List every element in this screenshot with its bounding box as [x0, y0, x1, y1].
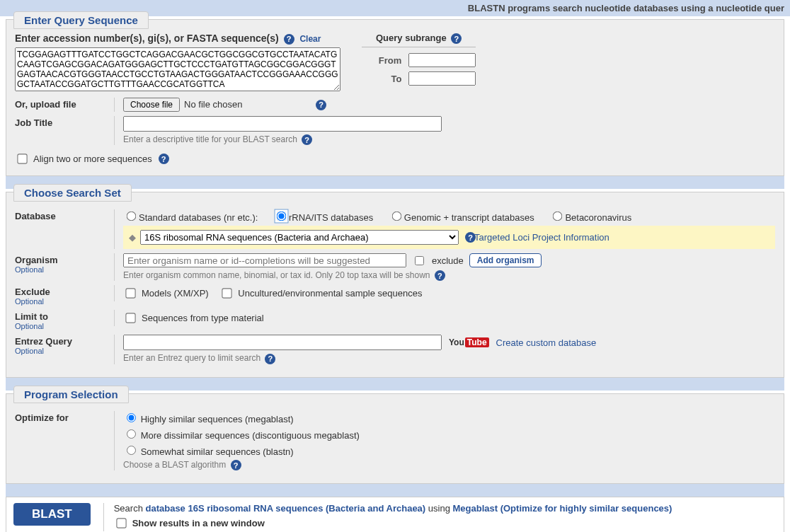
to-input[interactable]: [408, 71, 476, 86]
optional-label: Optional: [15, 322, 114, 330]
prog-radio-disc-megablast[interactable]: [127, 429, 136, 439]
show-new-window-checkbox[interactable]: [116, 518, 126, 528]
help-icon[interactable]: ?: [265, 354, 275, 364]
diamond-icon: ◆: [129, 232, 136, 243]
prog-radio-blastn-label: Somewhat similar sequences (blastn): [141, 446, 294, 457]
section-header-program: Program Selection: [13, 386, 129, 403]
exclude-label: Exclude: [15, 287, 50, 297]
optional-label: Optional: [15, 347, 114, 355]
db-radio-rrna-label: rRNA/ITS databases: [289, 212, 373, 223]
db-radio-standard-label: Standard databases (nr etc.):: [139, 212, 258, 223]
organism-input[interactable]: [123, 253, 406, 267]
exclude-models-label: Models (XM/XP): [142, 288, 209, 299]
help-icon[interactable]: ?: [451, 33, 462, 44]
exclude-organism-checkbox[interactable]: [415, 256, 424, 265]
search-summary-prefix: Search: [114, 503, 146, 514]
db-radio-genomic-label: Genomic + transcript databases: [404, 212, 534, 223]
optional-label: Optional: [15, 265, 114, 274]
align-two-label: Align two or more sequences: [33, 154, 152, 164]
job-title-input[interactable]: [123, 116, 442, 132]
optimize-for-label: Optimize for: [15, 411, 114, 423]
help-icon[interactable]: ?: [231, 460, 241, 470]
exclude-uncultured-label: Uncultured/environmental sample sequence…: [238, 288, 422, 299]
entrez-query-label: Entrez Query: [15, 336, 72, 347]
entrez-query-input[interactable]: [123, 335, 442, 350]
limit-type-material-checkbox[interactable]: [125, 313, 135, 323]
show-new-window-label: Show results in a new window: [132, 518, 265, 528]
section-header-search-set: Choose Search Set: [13, 184, 132, 202]
help-icon[interactable]: ?: [284, 34, 294, 45]
entrez-hint: Enter an Entrez query to limit search: [123, 353, 261, 363]
limit-to-label: Limit to: [15, 311, 48, 322]
clear-link[interactable]: Clear: [299, 34, 321, 44]
db-radio-rrna[interactable]: [277, 212, 287, 221]
db-radio-standard[interactable]: [127, 212, 137, 221]
divider-strip: [6, 484, 784, 497]
job-title-label: Job Title: [15, 116, 114, 128]
database-select[interactable]: 16S ribosomal RNA sequences (Bacteria an…: [140, 230, 459, 245]
add-organism-button[interactable]: Add organism: [469, 253, 542, 267]
prog-radio-blastn[interactable]: [127, 446, 136, 455]
blast-button[interactable]: BLAST: [13, 503, 91, 526]
create-custom-db-link[interactable]: Create custom database: [496, 337, 597, 348]
from-label: From: [366, 55, 401, 66]
help-icon[interactable]: ?: [159, 154, 169, 164]
enter-accession-label: Enter accession number(s), gi(s), or FAS…: [15, 33, 279, 44]
from-input[interactable]: [408, 53, 476, 67]
subrange-title: Query subrange: [376, 33, 447, 43]
optional-label: Optional: [15, 297, 114, 306]
search-summary-db: database 16S ribosomal RNA sequences (Ba…: [145, 503, 425, 514]
section-header-query: Enter Query Sequence: [13, 11, 149, 29]
exclude-organism-label: exclude: [432, 255, 464, 266]
help-icon[interactable]: ?: [316, 100, 326, 110]
exclude-uncultured-checkbox[interactable]: [222, 289, 232, 299]
targeted-loci-link[interactable]: Targeted Loci Project Information: [474, 232, 609, 243]
organism-label: Organism: [15, 255, 58, 265]
query-subrange-panel: Query subrange ? From To: [362, 33, 476, 90]
help-icon[interactable]: ?: [302, 134, 312, 145]
prog-radio-disc-label: More dissimilar sequences (discontiguous…: [141, 430, 360, 441]
prog-radio-megablast[interactable]: [127, 413, 136, 422]
search-summary-algo: Megablast (Optimize for highly similar s…: [453, 503, 672, 514]
align-two-checkbox[interactable]: [17, 154, 27, 163]
algorithm-hint: Choose a BLAST algorithm: [123, 460, 226, 470]
limit-type-material-label: Sequences from type material: [142, 313, 264, 323]
db-radio-beta-label: Betacoronavirus: [565, 212, 631, 223]
organism-hint: Enter organism common name, binomial, or…: [123, 270, 430, 280]
choose-file-button[interactable]: Choose file: [123, 98, 180, 112]
search-summary-using: using: [428, 503, 453, 514]
exclude-models-checkbox[interactable]: [125, 289, 135, 299]
query-sequence-textarea[interactable]: TCGGAGAGTTTGATCCTGGCTCAGGACGAACGCTGGCGGC…: [15, 47, 340, 91]
job-title-hint: Enter a descriptive title for your BLAST…: [123, 134, 297, 144]
upload-file-label: Or, upload file: [15, 98, 114, 110]
db-radio-beta[interactable]: [553, 212, 563, 221]
db-radio-genomic[interactable]: [392, 212, 402, 221]
no-file-text: No file chosen: [184, 99, 242, 110]
to-label: To: [366, 74, 401, 84]
database-label: Database: [15, 209, 114, 221]
submit-bar: BLAST Search database 16S ribosomal RNA …: [6, 497, 784, 532]
youtube-icon[interactable]: YouTube: [449, 337, 489, 347]
help-icon[interactable]: ?: [435, 270, 445, 281]
prog-radio-megablast-label: Highly similar sequences (megablast): [141, 414, 294, 424]
